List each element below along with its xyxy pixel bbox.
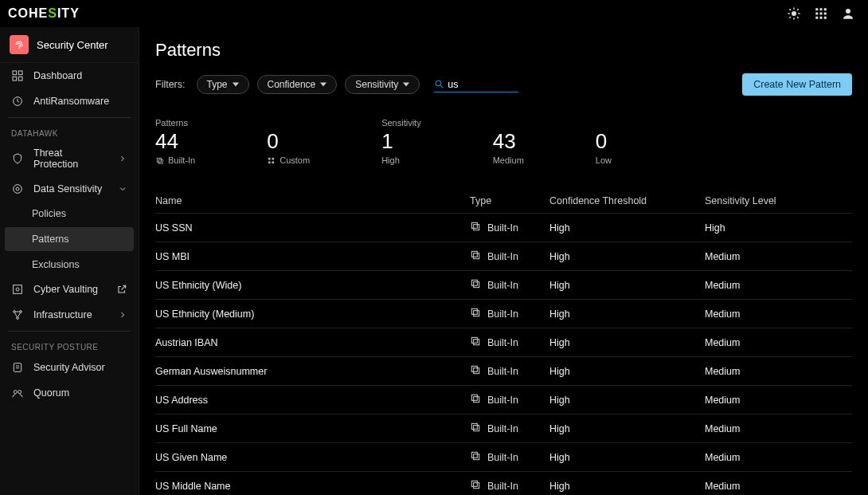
svg-line-5: [789, 9, 791, 10]
col-type: Type: [470, 195, 549, 206]
custom-icon: [267, 156, 276, 165]
sidebar-item-threat-protection[interactable]: Threat Protection: [0, 141, 139, 176]
svg-rect-9: [815, 8, 818, 10]
sidebar-item-label: AntiRansomware: [33, 96, 109, 107]
sidebar-item-cyber-vaulting[interactable]: Cyber Vaulting: [0, 277, 139, 302]
main-content: Patterns Filters: Type Confidence Sensit…: [139, 27, 868, 495]
filter-sensitivity[interactable]: Sensitivity: [345, 75, 420, 94]
cell-sensitivity: Medium: [705, 251, 852, 262]
stat-label: Sensitivity: [381, 118, 421, 128]
svg-point-24: [14, 185, 22, 194]
cell-sensitivity: Medium: [705, 423, 852, 434]
brand-pre: COHE: [8, 6, 48, 20]
cell-name: Austrian IBAN: [155, 337, 470, 348]
builtin-icon: [155, 156, 164, 165]
svg-rect-45: [474, 253, 479, 259]
svg-point-27: [16, 288, 19, 291]
table-row[interactable]: US SSNBuilt-InHighHigh: [155, 213, 852, 242]
stat-low: 0 Low: [596, 118, 612, 165]
svg-rect-57: [474, 426, 479, 431]
patterns-table: Name Type Confidence Threshold Sensitivi…: [155, 189, 852, 495]
svg-point-18: [846, 9, 850, 14]
svg-point-30: [17, 317, 19, 320]
table-row[interactable]: US Given NameBuilt-InHighMedium: [155, 442, 852, 471]
cell-sensitivity: High: [705, 222, 852, 234]
stat-value: 43: [493, 129, 524, 154]
filter-type-label: Type: [207, 79, 228, 90]
sidebar-item-antiransomware[interactable]: AntiRansomware: [0, 88, 139, 114]
svg-rect-52: [471, 366, 477, 371]
sidebar-item-dashboard[interactable]: Dashboard: [0, 63, 139, 88]
svg-line-7: [789, 17, 791, 18]
table-row[interactable]: German AusweisnummerBuilt-InHighMedium: [155, 356, 852, 385]
svg-rect-51: [474, 340, 479, 345]
search-field[interactable]: [434, 77, 518, 92]
sidebar-item-security-advisor[interactable]: Security Advisor: [0, 355, 139, 380]
table-row[interactable]: US Middle NameBuilt-InHighMedium: [155, 471, 852, 495]
stat-value: 0: [267, 129, 310, 154]
svg-rect-44: [471, 251, 477, 257]
fingerprint-icon: [10, 35, 29, 54]
cell-type: Built-In: [470, 307, 549, 320]
svg-rect-48: [471, 308, 477, 314]
builtin-icon: [470, 278, 481, 292]
table-row[interactable]: US MBIBuilt-InHighMedium: [155, 242, 852, 270]
theme-toggle-icon[interactable]: [787, 6, 801, 21]
builtin-icon: [470, 336, 481, 349]
table-header: Name Type Confidence Threshold Sensitivi…: [155, 189, 852, 213]
sidebar-item-label: Threat Protection: [33, 147, 108, 170]
create-pattern-button[interactable]: Create New Pattern: [742, 73, 852, 96]
chevron-right-icon: [118, 154, 127, 163]
apps-icon[interactable]: [814, 6, 828, 21]
svg-point-29: [20, 311, 22, 313]
svg-rect-43: [474, 225, 479, 230]
sidebar-item-quorum[interactable]: Quorum: [0, 380, 139, 406]
cell-type: Built-In: [470, 278, 549, 292]
svg-line-6: [797, 17, 799, 18]
sidebar-item-label: Infrastructure: [33, 309, 92, 320]
cell-name: US Full Name: [155, 423, 470, 434]
filter-confidence[interactable]: Confidence: [257, 75, 338, 94]
table-row[interactable]: US Ethnicity (Wide)Built-InHighMedium: [155, 270, 852, 299]
sidebar-sub-exclusions[interactable]: Exclusions: [0, 253, 139, 277]
cell-sensitivity: Medium: [705, 395, 852, 406]
table-row[interactable]: US AddressBuilt-InHighMedium: [155, 385, 852, 414]
svg-rect-22: [18, 77, 22, 81]
caret-down-icon: [320, 81, 326, 88]
cell-name: US Ethnicity (Wide): [155, 280, 470, 291]
svg-rect-38: [268, 157, 271, 159]
cell-type: Built-In: [470, 422, 549, 435]
search-input[interactable]: [448, 79, 511, 90]
table-row[interactable]: Austrian IBANBuilt-InHighMedium: [155, 328, 852, 356]
cell-confidence: High: [549, 308, 705, 320]
dashboard-icon: [11, 69, 24, 82]
cell-type: Built-In: [470, 364, 549, 378]
svg-rect-12: [815, 13, 818, 15]
col-sensitivity: Sensitivity Level: [705, 195, 852, 206]
cell-name: German Ausweisnummer: [155, 366, 470, 377]
cell-confidence: High: [549, 222, 705, 234]
sidebar-item-infrastructure[interactable]: Infrastructure: [0, 302, 139, 328]
page-title: Patterns: [155, 40, 852, 61]
cell-sensitivity: Medium: [705, 366, 852, 377]
svg-point-34: [436, 81, 441, 86]
cell-sensitivity: Medium: [705, 308, 852, 320]
svg-rect-61: [474, 483, 479, 489]
sidebar-sub-policies[interactable]: Policies: [0, 202, 139, 226]
caret-down-icon: [403, 81, 409, 88]
sensitivity-icon: [11, 183, 24, 195]
sidebar-sub-patterns[interactable]: Patterns: [5, 227, 134, 251]
sidebar-item-label: Cyber Vaulting: [33, 284, 98, 295]
cell-sensitivity: Medium: [705, 280, 852, 291]
cell-sensitivity: Medium: [705, 481, 852, 492]
table-row[interactable]: US Full NameBuilt-InHighMedium: [155, 414, 852, 442]
user-icon[interactable]: [841, 6, 855, 21]
external-link-icon: [116, 284, 127, 295]
table-row[interactable]: US Ethnicity (Medium)Built-InHighMedium: [155, 299, 852, 328]
filter-type[interactable]: Type: [197, 75, 249, 94]
chevron-down-icon: [118, 184, 127, 194]
brand-logo: COHESITY: [8, 6, 80, 21]
sidebar-item-data-sensitivity[interactable]: Data Sensitivity: [0, 176, 139, 202]
svg-rect-26: [14, 285, 22, 294]
builtin-icon: [470, 307, 481, 320]
